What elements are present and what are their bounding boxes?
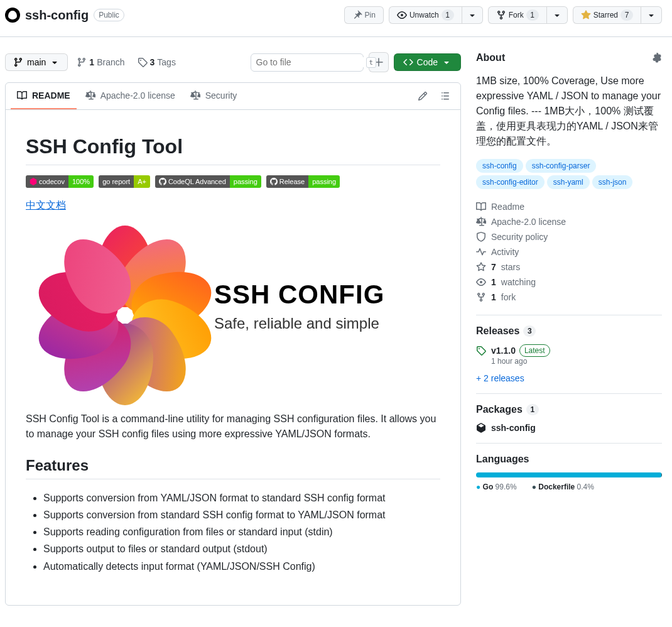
lang-go[interactable]: Go 99.6% [476,483,517,491]
lang-dockerfile[interactable]: Dockerfile 0.4% [532,483,594,491]
tags-label: Tags [157,57,176,67]
code-button[interactable]: Code [394,53,461,71]
releases-count: 3 [523,325,536,337]
book-icon [17,90,27,101]
unwatch-button[interactable]: Unwatch 1 [389,6,462,24]
about-heading: About [476,52,505,63]
fork-button[interactable]: Fork 1 [488,6,547,24]
fork-count: 1 [526,9,539,21]
latest-release[interactable]: v1.1.0 Latest 1 hour ago [476,344,662,366]
topic-tag[interactable]: ssh-config [476,159,523,173]
languages-heading: Languages [476,454,662,465]
shield-icon [476,232,486,242]
star-menu[interactable] [641,6,662,24]
book-icon [476,202,486,212]
status-badge[interactable]: codecov100% [26,175,94,188]
unwatch-menu[interactable] [462,6,483,24]
tab-readme-label: README [32,90,70,101]
tags-link[interactable]: 3 Tags [134,54,180,70]
release-time: 1 hour ago [491,357,550,366]
cn-doc-link[interactable]: 中文文档 [26,200,66,210]
status-badge[interactable]: Releasepassing [266,175,340,188]
topic-tag[interactable]: ssh-yaml [547,175,590,189]
tags-count: 3 [150,57,155,67]
feature-item: Supports conversion from YAML/JSON forma… [43,489,440,506]
outline-button[interactable] [435,86,455,106]
code-icon [403,57,413,67]
repo-forked-icon [496,10,506,20]
logo-tagline: Safe, reliable and simple [214,312,384,335]
branches-link[interactable]: 1 Branch [73,54,128,70]
branch-label: Branch [97,57,124,67]
branch-name: main [27,57,46,67]
package-link[interactable]: ssh-config [476,423,662,433]
star-button[interactable]: Starred 7 [573,6,641,24]
owner-avatar[interactable] [5,8,20,23]
chevron-down-icon [467,10,477,20]
package-icon [476,423,486,433]
status-badge[interactable]: CodeQL Advancedpassing [155,175,261,188]
language-bar [476,472,662,477]
project-logo: SSH CONFIG Safe, reliable and simple [51,233,440,381]
pencil-icon [418,91,428,101]
file-search-input[interactable] [256,57,366,67]
git-branch-icon [13,57,23,67]
star-label: Starred [593,9,618,21]
sidebar-watching-link[interactable]: 1 watching [476,275,662,290]
law-icon [190,90,200,101]
chevron-down-icon [442,57,452,67]
status-badge[interactable]: go reportA+ [99,175,150,188]
feature-item: Supports conversion from standard SSH co… [43,506,440,523]
sidebar-security-link[interactable]: Security policy [476,229,662,244]
list-unordered-icon [440,91,450,101]
sidebar-readme-link[interactable]: Readme [476,199,662,214]
pin-label: Pin [365,9,376,21]
kbd-shortcut: t [366,57,377,68]
fork-menu[interactable] [547,6,568,24]
eye-icon [397,10,407,20]
sidebar-license-link[interactable]: Apache-2.0 license [476,214,662,229]
watch-count: 1 [442,9,454,21]
edit-readme-button[interactable] [413,86,433,106]
fork-label: Fork [509,9,524,21]
topic-tag[interactable]: ssh-config-editor [476,175,545,189]
packages-count: 1 [526,404,539,415]
star-fill-icon [581,10,591,20]
visibility-badge: Public [94,9,124,21]
packages-heading[interactable]: Packages 1 [476,404,662,415]
tab-readme[interactable]: README [11,83,77,109]
tab-license-label: Apache-2.0 license [100,90,175,101]
branch-count: 1 [89,57,94,67]
release-tag: v1.1.0 [491,346,516,356]
chevron-down-icon [50,57,60,67]
tag-icon [476,346,486,356]
readme-h1: SSH Config Tool [26,135,440,165]
gear-icon[interactable] [652,53,662,63]
tab-security[interactable]: Security [184,83,244,109]
pin-icon [352,10,362,20]
topic-tag[interactable]: ssh-config-parser [526,159,597,173]
releases-heading[interactable]: Releases 3 [476,325,662,337]
pin-button[interactable]: Pin [344,6,384,24]
tab-security-label: Security [205,90,237,101]
topic-tag[interactable]: ssh-json [592,175,633,189]
more-releases-link[interactable]: + 2 releases [476,373,524,383]
code-label: Code [417,57,438,67]
features-heading: Features [26,457,440,479]
star-count: 7 [621,9,633,21]
branch-select[interactable]: main [5,53,68,71]
readme-intro: SSH Config Tool is a command-line utilit… [26,412,440,442]
sidebar-stars-link[interactable]: 7 stars [476,259,662,275]
repo-name[interactable]: ssh-config [25,8,89,23]
sidebar-activity-link[interactable]: Activity [476,244,662,259]
law-icon [85,90,95,101]
tag-icon [138,57,148,67]
tab-license[interactable]: Apache-2.0 license [79,83,182,109]
feature-item: Supports reading configuration from file… [43,523,440,540]
repo-forked-icon [476,292,486,302]
chevron-down-icon [552,10,562,20]
sidebar-forks-link[interactable]: 1 fork [476,290,662,305]
go-to-file[interactable]: t [251,53,364,72]
unwatch-label: Unwatch [409,9,439,21]
git-branch-icon [77,57,87,67]
